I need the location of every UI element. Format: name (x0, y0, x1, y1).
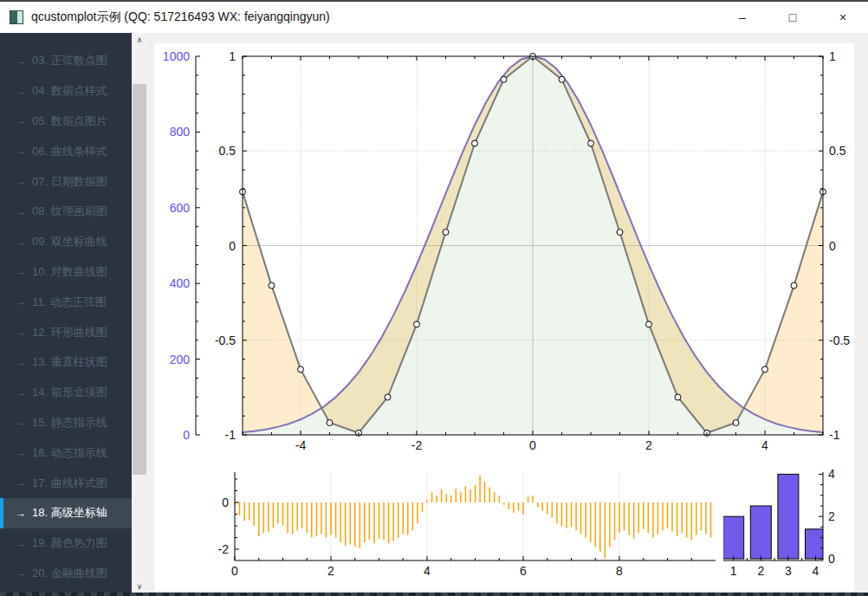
scroll-up-icon[interactable]: ∧ (132, 33, 147, 48)
svg-text:800: 800 (170, 125, 191, 139)
arrow-icon: → (15, 567, 26, 580)
svg-text:0: 0 (183, 428, 190, 442)
sidebar-item-label: 16. 动态指示线 (32, 445, 107, 461)
sidebar-item-label: 07. 日期数据图 (32, 174, 107, 190)
svg-text:-0.5: -0.5 (829, 334, 850, 347)
sidebar-item-07[interactable]: →07. 日期数据图 (0, 166, 132, 197)
svg-text:1: 1 (829, 49, 836, 63)
scrollbar-thumb[interactable] (133, 84, 146, 475)
sidebar-item-18[interactable]: →18. 高级坐标轴 (0, 498, 132, 528)
arrow-icon: → (15, 175, 26, 188)
bars (723, 474, 826, 559)
svg-text:4: 4 (761, 438, 768, 452)
arrow-icon: → (15, 446, 26, 459)
svg-text:-1: -1 (829, 428, 840, 442)
sidebar-item-label: 10. 对数曲线图 (32, 264, 107, 280)
svg-text:0.5: 0.5 (219, 144, 236, 158)
sidebar-item-label: 12. 环形曲线图 (32, 325, 107, 340)
svg-text:4: 4 (424, 564, 431, 578)
plot-canvas[interactable]: -4-2024-1-0.500.51-1-0.500.5102004006008… (154, 43, 854, 591)
titlebar[interactable]: qcustomplot示例 (QQ: 517216493 WX: feiyang… (0, 2, 868, 33)
sidebar-item-label: 19. 颜色热力图 (32, 535, 107, 551)
arrow-icon: → (15, 326, 26, 339)
arrow-icon: → (15, 537, 26, 550)
sidebar-item-label: 17. 曲线样式图 (32, 476, 107, 491)
sidebar-item-20[interactable]: →20. 金融曲线图 (0, 559, 132, 589)
sidebar-item-04[interactable]: →04. 数据点样式 (0, 76, 132, 107)
sidebar-item-13[interactable]: →13. 垂直柱状图 (0, 347, 132, 378)
maximize-button[interactable]: □ (768, 2, 818, 33)
background-window-strip (0, 593, 868, 596)
close-button[interactable]: × (818, 2, 868, 33)
qcustomplot-widget[interactable]: -4-2024-1-0.500.51-1-0.500.5102004006008… (154, 43, 854, 591)
sidebar-item-06[interactable]: →06. 曲线条样式 (0, 136, 132, 166)
svg-text:2: 2 (327, 564, 334, 578)
arrow-icon: → (15, 476, 26, 489)
sidebar-item-label: 20. 金融曲线图 (32, 566, 107, 581)
arrow-icon: → (15, 85, 26, 98)
arrow-icon: → (15, 236, 26, 249)
sidebar-item-11[interactable]: →11. 动态正弦图 (0, 287, 132, 317)
svg-text:0: 0 (222, 496, 229, 509)
app-icon (10, 10, 23, 24)
svg-text:1: 1 (730, 564, 737, 578)
sidebar-item-05[interactable]: →05. 数据点图片 (0, 107, 132, 137)
sidebar-item-19[interactable]: →19. 颜色热力图 (0, 528, 132, 559)
arrow-icon: → (15, 386, 26, 399)
sidebar-item-label: 18. 高级坐标轴 (32, 505, 107, 521)
sidebar-scrollbar[interactable]: ∧ ∨ (132, 33, 147, 594)
arrow-icon: → (15, 356, 26, 369)
sidebar-item-label: 03. 正弦散点图 (32, 53, 107, 68)
arrow-icon: → (15, 507, 26, 520)
plot-panel: -4-2024-1-0.500.51-1-0.500.5102004006008… (147, 33, 868, 596)
sidebar-item-14[interactable]: →14. 箱形盒须图 (0, 378, 132, 408)
arrow-icon: → (15, 145, 26, 158)
sidebar-item-15[interactable]: →15. 静态指示线 (0, 408, 132, 438)
svg-text:0: 0 (229, 239, 236, 253)
sidebar-item-03[interactable]: →03. 正弦散点图 (0, 46, 132, 76)
arrow-icon: → (15, 416, 26, 429)
svg-text:0.5: 0.5 (829, 144, 846, 158)
sidebar-item-12[interactable]: →12. 环形曲线图 (0, 317, 132, 347)
svg-text:-1: -1 (225, 428, 236, 442)
sidebar-item-label: 15. 静态指示线 (32, 415, 107, 431)
svg-text:-2: -2 (411, 438, 423, 452)
svg-text:3: 3 (785, 564, 792, 578)
svg-text:0: 0 (828, 552, 835, 566)
svg-text:1000: 1000 (163, 49, 190, 63)
window-title: qcustomplot示例 (QQ: 517216493 WX: feiyang… (31, 10, 330, 25)
sidebar-item-09[interactable]: →09. 双坐标曲线 (0, 227, 132, 257)
svg-text:8: 8 (616, 564, 623, 578)
svg-text:-2: -2 (218, 542, 230, 556)
minimize-button[interactable]: – (717, 2, 768, 33)
svg-text:4: 4 (828, 467, 835, 481)
sidebar: →03. 正弦散点图→04. 数据点样式→05. 数据点图片→06. 曲线条样式… (0, 33, 147, 596)
svg-text:0: 0 (231, 564, 238, 578)
svg-text:0: 0 (829, 239, 836, 253)
sidebar-item-label: 14. 箱形盒须图 (32, 385, 107, 400)
sidebar-item-label: 04. 数据点样式 (32, 83, 107, 99)
svg-text:-4: -4 (295, 438, 307, 452)
svg-text:4: 4 (813, 564, 819, 578)
svg-text:1: 1 (229, 49, 236, 63)
sidebar-item-08[interactable]: →08. 纹理画刷图 (0, 197, 132, 227)
svg-text:400: 400 (170, 276, 191, 290)
window-controls: – □ × (717, 2, 868, 33)
sidebar-item-label: 06. 曲线条样式 (32, 144, 107, 159)
svg-text:0: 0 (529, 438, 536, 452)
sidebar-item-17[interactable]: →17. 曲线样式图 (0, 468, 132, 498)
svg-text:2: 2 (757, 564, 764, 578)
app-window: qcustomplot示例 (QQ: 517216493 WX: feiyang… (0, 0, 868, 596)
arrow-icon: → (15, 114, 26, 127)
impulse-subplot: 024680-2 (218, 472, 716, 578)
arrow-icon: → (15, 265, 26, 278)
sidebar-item-16[interactable]: →16. 动态指示线 (0, 437, 132, 468)
svg-text:6: 6 (520, 564, 527, 578)
sidebar-item-10[interactable]: →10. 对数曲线图 (0, 257, 132, 288)
arrow-icon: → (15, 295, 26, 308)
svg-text:2: 2 (828, 509, 835, 523)
bar-subplot: 1234024 (723, 467, 835, 578)
svg-text:-0.5: -0.5 (215, 334, 236, 347)
main-plot: -4-2024-1-0.500.51-1-0.500.5102004006008… (163, 49, 850, 452)
sidebar-item-label: 11. 动态正弦图 (32, 295, 107, 310)
